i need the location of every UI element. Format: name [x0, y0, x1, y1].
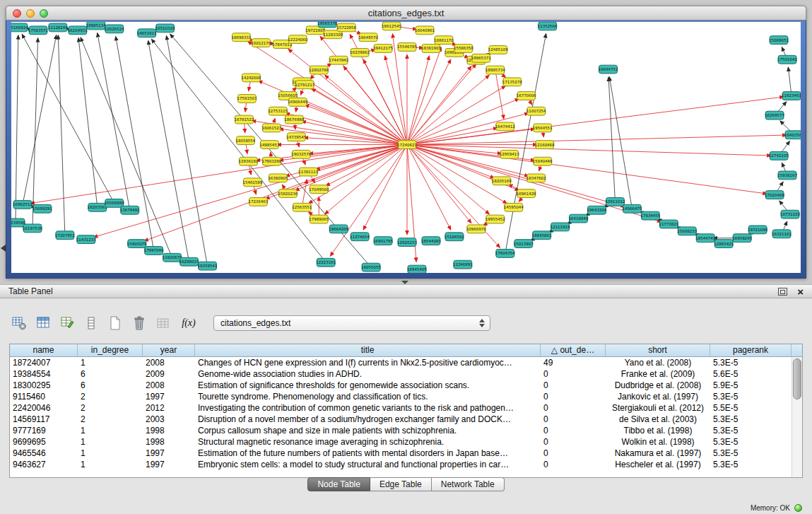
graph-node[interactable]: 10197538: [23, 224, 42, 233]
graph-node[interactable]: 16901795: [373, 237, 393, 245]
graph-node[interactable]: 16418848: [569, 214, 589, 223]
graph-node[interactable]: 17583571: [28, 26, 48, 35]
cell-title[interactable]: Embryonic stem cells: a model to study s…: [195, 459, 541, 470]
graph-node[interactable]: 17989065: [309, 215, 329, 223]
graph-node[interactable]: 18985134: [86, 22, 106, 30]
graph-node[interactable]: 16510328: [155, 24, 175, 33]
cell-in_degree[interactable]: 6: [78, 380, 143, 391]
cell-title[interactable]: Structural magnetic resonance image aver…: [195, 436, 541, 448]
graph-node[interactable]: 12485109: [488, 46, 508, 54]
cell-name[interactable]: 22420046: [10, 402, 78, 414]
graph-node[interactable]: 12626524: [105, 25, 124, 33]
float-panel-icon[interactable]: [778, 288, 787, 296]
cell-year[interactable]: 2009: [143, 368, 195, 380]
cell-pagerank[interactable]: 5.3E-5: [710, 448, 792, 459]
graph-node[interactable]: 16961428: [517, 189, 536, 198]
cell-out_degree[interactable]: 49: [541, 357, 606, 368]
graph-node[interactable]: 17501642: [777, 55, 797, 64]
graph-node[interactable]: 15040448: [533, 157, 553, 165]
tab-edge-table[interactable]: Edge Table: [370, 477, 432, 491]
cell-pagerank[interactable]: 5.6E-5: [710, 368, 792, 380]
graph-node[interactable]: 12111919: [551, 223, 570, 231]
cell-title[interactable]: Investigating the contribution of common…: [195, 402, 541, 414]
cell-in_degree[interactable]: 1: [78, 448, 143, 459]
graph-node[interactable]: 10731220: [780, 210, 800, 218]
graph-node[interactable]: 11352566: [538, 22, 558, 30]
graph-node[interactable]: 14739545: [286, 133, 306, 141]
graph-node[interactable]: 18544083: [421, 237, 441, 245]
graph-node[interactable]: 12791217: [295, 81, 314, 89]
close-panel-icon[interactable]: ×: [797, 286, 804, 297]
graph-node[interactable]: 12160468: [535, 141, 555, 149]
graph-node[interactable]: 19643206: [587, 206, 607, 214]
table-row[interactable]: 911546021997Tourette syndrome. Phenomeno…: [10, 391, 802, 402]
graph-node[interactable]: 18347602: [526, 174, 546, 182]
graph-node[interactable]: 17604354: [495, 249, 515, 257]
table-options-button[interactable]: [10, 314, 28, 332]
graph-node[interactable]: 17581503: [237, 95, 257, 103]
create-column-button[interactable]: [106, 314, 124, 332]
graph-node[interactable]: 17236463: [248, 198, 268, 206]
column-header-short[interactable]: short: [606, 344, 710, 356]
graph-node[interactable]: 15166824: [11, 23, 28, 32]
cell-short[interactable]: Dudbridge et al. (2008): [606, 380, 710, 391]
cell-out_degree[interactable]: 0: [541, 436, 606, 448]
graph-node[interactable]: 13679481: [120, 206, 140, 214]
graph-node[interactable]: 17934455: [640, 211, 660, 220]
cell-title[interactable]: Corpus callosum shape and size in male p…: [195, 425, 541, 436]
graph-node[interactable]: 11246891: [453, 260, 473, 269]
graph-node[interactable]: 17049560: [309, 185, 329, 194]
graph-node[interactable]: 16321161: [772, 230, 792, 238]
cell-pagerank[interactable]: 5.5E-5: [710, 402, 792, 414]
graph-node[interactable]: 11823461: [782, 92, 801, 100]
graph-node[interactable]: 12865421: [714, 240, 734, 248]
table-row[interactable]: 1456911722003Disruption of a novel membe…: [10, 414, 802, 425]
graph-node[interactable]: 19664269: [329, 225, 348, 233]
table-vertical-scrollbar[interactable]: [792, 357, 802, 477]
cell-short[interactable]: de Silva et al. (2003): [606, 414, 710, 425]
graph-node[interactable]: 15089651: [769, 36, 789, 45]
graph-node[interactable]: 15461589: [242, 178, 262, 187]
graph-node[interactable]: 19412175: [373, 45, 393, 53]
cell-out_degree[interactable]: 0: [541, 425, 606, 436]
table-row[interactable]: 2242004622012Investigating the contribut…: [10, 402, 802, 414]
edit-columns-button[interactable]: [58, 314, 76, 332]
cell-out_degree[interactable]: 0: [541, 402, 606, 414]
graph-node[interactable]: 16962512: [13, 200, 33, 209]
cell-year[interactable]: 2008: [143, 357, 195, 368]
graph-node[interactable]: 16644752: [599, 65, 618, 74]
import-table-button[interactable]: [154, 314, 172, 332]
table-row[interactable]: 977716911998Corpus callosum shape and si…: [10, 425, 802, 436]
cell-year[interactable]: 1997: [143, 391, 195, 402]
cell-in_degree[interactable]: 2: [78, 402, 143, 414]
cell-pagerank[interactable]: 5.3E-5: [710, 459, 792, 470]
cell-short[interactable]: Yano et al. (2008): [606, 357, 710, 368]
zoom-window-button[interactable]: [40, 9, 48, 18]
cell-short[interactable]: Franke et al. (2009): [606, 368, 710, 380]
cell-name[interactable]: 9465546: [10, 448, 78, 459]
close-window-button[interactable]: [13, 9, 21, 18]
cell-year[interactable]: 2008: [143, 380, 195, 391]
graph-node[interactable]: 10861170: [434, 36, 454, 45]
table-row[interactable]: 969969511998Structural magnetic resonanc…: [10, 436, 802, 448]
graph-node[interactable]: 17135278: [502, 78, 522, 86]
cell-out_degree[interactable]: 0: [541, 380, 606, 391]
cell-year[interactable]: 2003: [143, 414, 195, 425]
graph-node[interactable]: 11128249: [48, 23, 68, 32]
table-row[interactable]: 946362711997Embryonic stem cells: a mode…: [10, 459, 802, 470]
cell-in_degree[interactable]: 1: [78, 436, 143, 448]
cell-short[interactable]: Stergiakouli et al. (2012): [606, 402, 710, 414]
cell-short[interactable]: Jankovic et al. (1997): [606, 391, 710, 402]
cell-name[interactable]: 9699695: [10, 436, 78, 448]
graph-node[interactable]: 12920153: [397, 238, 417, 247]
graph-node[interactable]: 15699291: [33, 204, 52, 213]
graph-node[interactable]: 17447842: [329, 56, 348, 64]
graph-node[interactable]: 19032576: [291, 150, 311, 158]
cell-pagerank[interactable]: 5.3E-5: [710, 425, 792, 436]
tab-network-table[interactable]: Network Table: [432, 477, 505, 491]
graph-node[interactable]: 12753115: [268, 107, 288, 115]
graph-node[interactable]: 15586358: [454, 45, 473, 53]
cell-short[interactable]: Hescheler et al. (1997): [606, 459, 710, 470]
cell-in_degree[interactable]: 6: [78, 368, 143, 380]
graph-node[interactable]: 17997046: [144, 247, 164, 255]
